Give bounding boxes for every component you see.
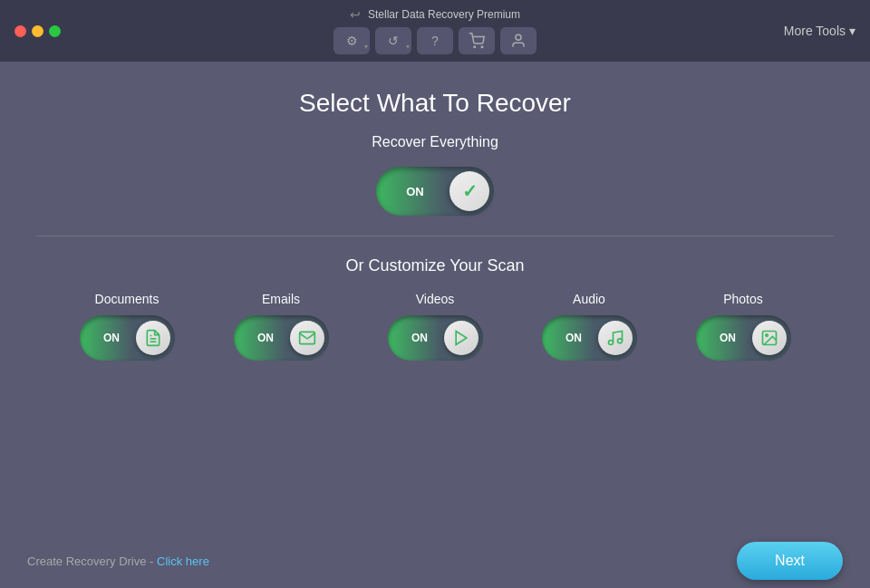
- bottom-bar: Create Recovery Drive - Click here Next: [0, 534, 870, 588]
- photos-label: Photos: [723, 292, 763, 306]
- videos-toggle[interactable]: ON: [388, 315, 483, 361]
- divider: [36, 236, 834, 236]
- svg-point-9: [765, 334, 768, 337]
- app-title: ↩ Stellar Data Recovery Premium: [350, 7, 520, 22]
- documents-label: Documents: [95, 292, 160, 306]
- back-arrow-icon: ↩: [350, 7, 361, 22]
- account-button[interactable]: [500, 27, 536, 54]
- videos-label: Videos: [416, 292, 455, 306]
- audio-on-label: ON: [546, 332, 598, 344]
- toggle-on-label: ON: [381, 185, 450, 198]
- main-content: Select What To Recover Recover Everythin…: [0, 62, 870, 379]
- close-button[interactable]: [14, 25, 26, 37]
- file-type-videos: Videos ON: [362, 292, 508, 361]
- documents-toggle[interactable]: ON: [80, 315, 175, 361]
- file-type-photos: Photos ON: [671, 292, 816, 361]
- photos-on-label: ON: [701, 332, 752, 344]
- svg-point-6: [608, 341, 613, 345]
- title-bar: ↩ Stellar Data Recovery Premium ⚙ ↺ ? Mo…: [0, 0, 870, 62]
- recovery-drive-link: Create Recovery Drive - Click here: [27, 554, 209, 568]
- history-button[interactable]: ↺: [375, 27, 411, 54]
- file-types-row: Documents ON Emails ON: [36, 292, 834, 361]
- documents-thumb: [136, 321, 170, 355]
- recovery-drive-click-here[interactable]: Click here: [157, 554, 209, 568]
- recover-everything-label: Recover Everything: [372, 134, 498, 150]
- photos-thumb: [752, 321, 787, 355]
- minimize-button[interactable]: [32, 25, 44, 37]
- page-title: Select What To Recover: [299, 89, 571, 118]
- checkmark-icon: ✓: [462, 180, 478, 202]
- title-bar-left: [14, 25, 61, 37]
- recover-everything-toggle[interactable]: ON ✓: [376, 167, 494, 216]
- svg-point-7: [617, 339, 622, 343]
- file-type-emails: Emails ON: [208, 292, 353, 361]
- emails-toggle[interactable]: ON: [234, 315, 329, 361]
- settings-button[interactable]: ⚙: [334, 27, 370, 54]
- emails-thumb: [290, 321, 324, 355]
- chevron-down-icon: ▾: [849, 24, 856, 38]
- cart-button[interactable]: [459, 27, 495, 54]
- file-type-documents: Documents ON: [54, 292, 199, 361]
- documents-on-label: ON: [84, 332, 136, 344]
- customize-label: Or Customize Your Scan: [345, 256, 524, 275]
- title-center: ↩ Stellar Data Recovery Premium ⚙ ↺ ?: [334, 7, 536, 54]
- traffic-lights: [14, 25, 61, 37]
- svg-marker-5: [456, 332, 467, 345]
- audio-label: Audio: [573, 292, 605, 306]
- toggle-thumb: ✓: [450, 171, 489, 211]
- file-type-audio: Audio ON: [517, 292, 662, 361]
- recover-everything-toggle-container: ON ✓: [376, 167, 494, 216]
- audio-thumb: [598, 321, 633, 355]
- emails-label: Emails: [262, 292, 300, 306]
- svg-point-0: [474, 46, 476, 48]
- videos-on-label: ON: [392, 332, 444, 344]
- toolbar-icons: ⚙ ↺ ?: [334, 27, 536, 54]
- svg-point-2: [516, 34, 521, 40]
- next-button[interactable]: Next: [737, 542, 843, 580]
- audio-toggle[interactable]: ON: [542, 315, 637, 361]
- svg-point-1: [481, 46, 483, 48]
- emails-on-label: ON: [238, 332, 290, 344]
- more-tools-button[interactable]: More Tools ▾: [784, 24, 856, 38]
- photos-toggle[interactable]: ON: [696, 315, 791, 361]
- maximize-button[interactable]: [49, 25, 61, 37]
- videos-thumb: [444, 321, 478, 355]
- help-button[interactable]: ?: [417, 27, 453, 54]
